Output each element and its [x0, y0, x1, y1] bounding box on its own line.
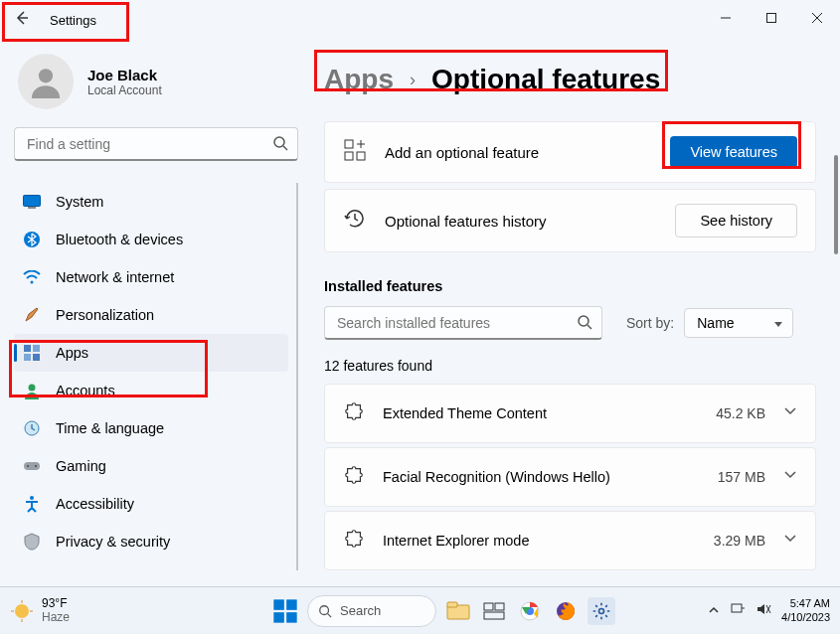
nav-label: Accessibility [56, 496, 134, 512]
svg-rect-22 [345, 152, 353, 160]
svg-point-5 [274, 137, 284, 147]
svg-rect-13 [24, 354, 31, 361]
clock-icon [22, 418, 42, 438]
settings-search-input[interactable] [14, 127, 298, 161]
sidebar-item-personalization[interactable]: Personalization [14, 296, 288, 334]
sidebar-item-bluetooth[interactable]: Bluetooth & devices [14, 221, 288, 258]
card-add-feature: Add an optional feature View features [324, 121, 816, 183]
svg-point-10 [31, 281, 34, 284]
sidebar: Joe Black Local Account System Bluetooth… [0, 40, 308, 581]
chevron-right-icon: › [410, 70, 416, 90]
taskbar-search-label: Search [340, 603, 381, 618]
puzzle-icon [343, 464, 365, 490]
weather-icon [10, 599, 34, 623]
sidebar-item-privacy[interactable]: Privacy & security [14, 523, 288, 560]
brush-icon [22, 305, 42, 325]
card-label: Add an optional feature [385, 144, 652, 161]
svg-rect-23 [357, 152, 365, 160]
svg-rect-33 [273, 612, 284, 623]
svg-rect-17 [24, 462, 40, 470]
tray-volume-icon[interactable] [756, 602, 771, 620]
svg-rect-12 [33, 345, 40, 352]
installed-search[interactable] [324, 306, 602, 340]
feature-size: 157 MB [718, 469, 765, 485]
svg-point-15 [29, 385, 36, 392]
breadcrumb-parent[interactable]: Apps [324, 64, 394, 95]
sidebar-item-gaming[interactable]: Gaming [14, 447, 288, 485]
svg-rect-31 [273, 599, 284, 610]
taskbar: 93°F Haze Search 5:47 AM 4/10/2023 [0, 586, 840, 634]
window-title: Settings [50, 13, 96, 28]
sidebar-item-apps[interactable]: Apps [14, 334, 288, 372]
nav-label: Network & internet [56, 269, 174, 285]
nav-label: Privacy & security [56, 534, 170, 550]
taskbar-chrome[interactable] [516, 597, 544, 625]
svg-rect-7 [24, 196, 41, 207]
accessibility-icon [22, 494, 42, 514]
tray-network-icon[interactable] [730, 602, 746, 620]
installed-search-input[interactable] [324, 306, 602, 340]
search-icon [577, 314, 592, 334]
sidebar-item-accounts[interactable]: Accounts [14, 372, 288, 409]
svg-rect-8 [28, 207, 36, 209]
svg-rect-46 [732, 604, 742, 612]
nav-label: Gaming [56, 458, 106, 474]
feature-name: Extended Theme Content [383, 405, 698, 421]
taskbar-taskview[interactable] [480, 597, 508, 625]
close-button[interactable] [794, 0, 840, 36]
taskbar-weather[interactable]: 93°F Haze [10, 597, 179, 625]
breadcrumb: Apps › Optional features [324, 64, 816, 95]
user-sub: Local Account [87, 83, 162, 97]
nav-label: Accounts [56, 383, 115, 398]
back-button[interactable] [14, 10, 34, 30]
feature-row[interactable]: Facial Recognition (Windows Hello) 157 M… [324, 447, 816, 507]
sidebar-item-accessibility[interactable]: Accessibility [14, 485, 288, 523]
view-features-button[interactable]: View features [670, 136, 797, 168]
chevron-down-icon [783, 468, 797, 486]
svg-point-26 [15, 604, 29, 618]
feature-size: 3.29 MB [714, 533, 765, 549]
taskbar-clock[interactable]: 5:47 AM 4/10/2023 [781, 597, 830, 623]
puzzle-icon [343, 400, 365, 426]
add-feature-icon [343, 138, 367, 166]
svg-rect-39 [484, 603, 493, 610]
minimize-button[interactable] [703, 0, 749, 36]
scrollbar-thumb[interactable] [834, 155, 838, 254]
svg-rect-21 [345, 140, 353, 148]
sort-select[interactable]: Name [684, 308, 793, 338]
taskbar-explorer[interactable] [444, 597, 472, 625]
bluetooth-icon [22, 230, 42, 249]
feature-count: 12 features found [324, 358, 816, 374]
tray-chevron-icon[interactable] [708, 602, 720, 620]
sidebar-item-system[interactable]: System [14, 183, 288, 221]
nav-label: Bluetooth & devices [56, 232, 183, 247]
installed-header: Installed features [324, 278, 816, 294]
sidebar-item-network[interactable]: Network & internet [14, 258, 288, 296]
svg-line-6 [283, 146, 287, 150]
history-icon [343, 207, 367, 235]
taskbar-firefox[interactable] [552, 597, 580, 625]
gaming-icon [22, 456, 42, 476]
nav-label: Apps [56, 345, 88, 361]
main-content: Apps › Optional features Add an optional… [308, 40, 840, 581]
user-block[interactable]: Joe Black Local Account [14, 54, 298, 109]
start-button[interactable] [271, 597, 299, 625]
svg-line-36 [328, 613, 332, 617]
taskbar-search[interactable]: Search [307, 595, 436, 627]
display-icon [22, 192, 42, 212]
svg-point-45 [599, 608, 604, 613]
feature-row[interactable]: Internet Explorer mode 3.29 MB [324, 511, 816, 570]
person-icon [22, 381, 42, 400]
taskbar-settings[interactable] [588, 597, 615, 625]
svg-point-35 [320, 605, 329, 614]
svg-rect-38 [447, 602, 457, 607]
sidebar-item-time[interactable]: Time & language [14, 409, 288, 447]
maximize-button[interactable] [749, 0, 794, 36]
puzzle-icon [343, 528, 365, 554]
settings-search[interactable] [14, 127, 298, 161]
taskbar-date: 4/10/2023 [781, 611, 830, 624]
user-name: Joe Black [87, 67, 162, 83]
svg-point-18 [27, 465, 29, 467]
feature-row[interactable]: Extended Theme Content 45.2 KB [324, 384, 816, 443]
see-history-button[interactable]: See history [675, 204, 797, 238]
